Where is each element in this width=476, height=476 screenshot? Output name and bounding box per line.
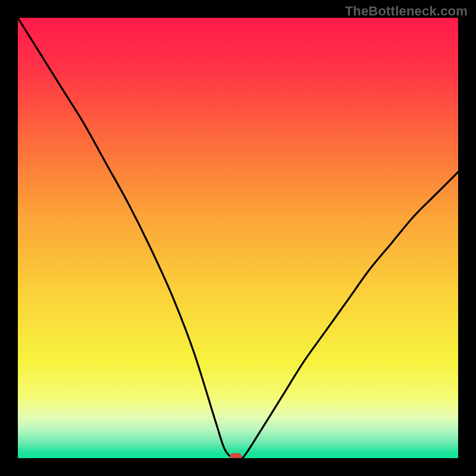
chart-frame: TheBottleneck.com bbox=[0, 0, 476, 476]
watermark-text: TheBottleneck.com bbox=[345, 4, 468, 19]
bottleneck-chart bbox=[0, 0, 476, 476]
minimum-marker bbox=[230, 453, 242, 461]
gradient-background bbox=[18, 18, 458, 458]
